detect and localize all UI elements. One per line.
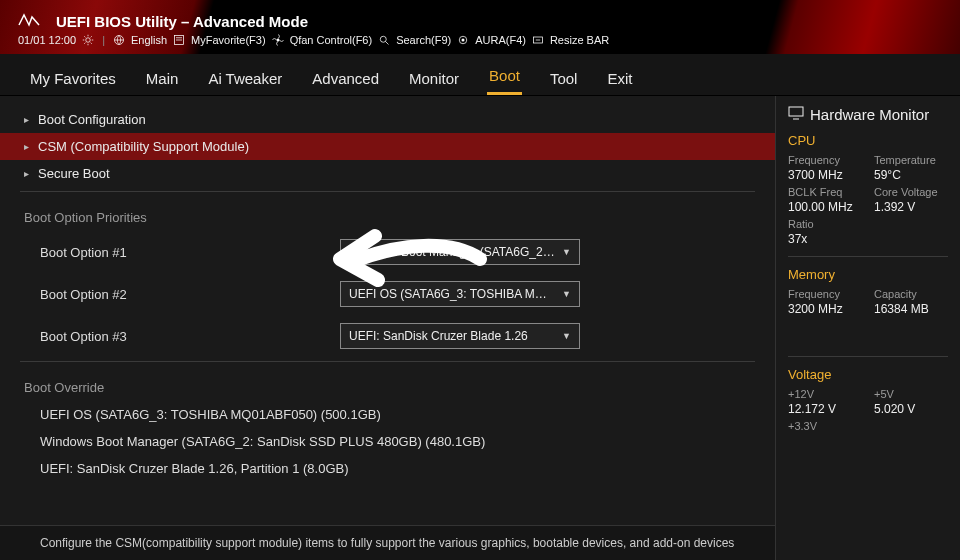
header-bar: UEFI BIOS Utility – Advanced Mode 01/01 … xyxy=(0,0,960,54)
memory-group-title: Memory xyxy=(788,267,948,282)
chevron-right-icon: ▸ xyxy=(24,168,38,179)
bclk-label: BCLK Freq xyxy=(788,186,862,198)
language-button[interactable]: English xyxy=(131,34,167,46)
tab-main[interactable]: Main xyxy=(144,60,181,95)
tab-boot[interactable]: Boot xyxy=(487,57,522,95)
item-label: CSM (Compatibility Support Module) xyxy=(38,139,249,154)
tab-exit[interactable]: Exit xyxy=(605,60,634,95)
mem-freq-value: 3200 MHz xyxy=(788,302,862,316)
chevron-right-icon: ▸ xyxy=(24,141,38,152)
mem-cap-value: 16384 MB xyxy=(874,302,948,316)
help-text: Configure the CSM(compatibility support … xyxy=(0,525,775,560)
boot-option-2-row: Boot Option #2 UEFI OS (SATA6G_3: TOSHIB… xyxy=(0,273,775,315)
v12-value: 12.172 V xyxy=(788,402,862,416)
aura-icon xyxy=(457,34,469,46)
chevron-down-icon: ▼ xyxy=(562,331,571,341)
svg-point-6 xyxy=(462,38,465,41)
boot-option-3-select[interactable]: UEFI: SanDisk Cruzer Blade 1.26 ▼ xyxy=(340,323,580,349)
vcore-label: Core Voltage xyxy=(874,186,948,198)
globe-icon xyxy=(113,34,125,46)
boot-priorities-header: Boot Option Priorities xyxy=(0,196,775,231)
item-label: Boot Configuration xyxy=(38,112,146,127)
boot-option-1-row: Boot Option #1 Windows Boot Manager (SAT… xyxy=(0,231,775,273)
fan-icon xyxy=(272,34,284,46)
ratio-label: Ratio xyxy=(788,218,862,230)
bclk-value: 100.00 MHz xyxy=(788,200,862,214)
cpu-frequency-label: Frequency xyxy=(788,154,862,166)
rog-logo xyxy=(18,13,40,30)
chevron-right-icon: ▸ xyxy=(24,114,38,125)
v5-value: 5.020 V xyxy=(874,402,948,416)
hardware-monitor-panel: Hardware Monitor CPU Frequency3700 MHz T… xyxy=(775,96,960,560)
svg-point-3 xyxy=(276,38,279,41)
svg-rect-8 xyxy=(789,107,803,116)
tab-ai-tweaker[interactable]: Ai Tweaker xyxy=(206,60,284,95)
voltage-group-title: Voltage xyxy=(788,367,948,382)
override-item-1[interactable]: UEFI OS (SATA6G_3: TOSHIBA MQ01ABF050) (… xyxy=(0,401,775,428)
boot-option-1-label: Boot Option #1 xyxy=(40,245,340,260)
favorite-icon xyxy=(173,34,185,46)
app-title: UEFI BIOS Utility – Advanced Mode xyxy=(56,13,308,30)
qfan-button[interactable]: Qfan Control(F6) xyxy=(290,34,373,46)
boot-option-3-label: Boot Option #3 xyxy=(40,329,340,344)
chevron-down-icon: ▼ xyxy=(562,247,571,257)
myfavorite-button[interactable]: MyFavorite(F3) xyxy=(191,34,266,46)
tab-advanced[interactable]: Advanced xyxy=(310,60,381,95)
header-subbar: 01/01 12:00 | English MyFavorite(F3) Qfa… xyxy=(18,34,942,46)
tab-bar: My Favorites Main Ai Tweaker Advanced Mo… xyxy=(0,54,960,96)
boot-configuration-item[interactable]: ▸ Boot Configuration xyxy=(0,106,775,133)
aura-button[interactable]: AURA(F4) xyxy=(475,34,526,46)
cpu-temp-value: 59°C xyxy=(874,168,948,182)
v12-label: +12V xyxy=(788,388,862,400)
svg-point-4 xyxy=(380,36,386,42)
hw-monitor-title: Hardware Monitor xyxy=(810,106,929,123)
cpu-temp-label: Temperature xyxy=(874,154,948,166)
chevron-down-icon: ▼ xyxy=(562,289,571,299)
boot-option-2-label: Boot Option #2 xyxy=(40,287,340,302)
cpu-frequency-value: 3700 MHz xyxy=(788,168,862,182)
boot-panel: ▸ Boot Configuration ▸ CSM (Compatibilit… xyxy=(0,96,775,560)
search-button[interactable]: Search(F9) xyxy=(396,34,451,46)
boot-option-3-row: Boot Option #3 UEFI: SanDisk Cruzer Blad… xyxy=(0,315,775,357)
boot-override-header: Boot Override xyxy=(0,366,775,401)
monitor-icon xyxy=(788,106,804,123)
mem-cap-label: Capacity xyxy=(874,288,948,300)
secure-boot-item[interactable]: ▸ Secure Boot xyxy=(0,160,775,187)
ratio-value: 37x xyxy=(788,232,862,246)
override-item-2[interactable]: Windows Boot Manager (SATA6G_2: SanDisk … xyxy=(0,428,775,455)
resize-icon xyxy=(532,34,544,46)
boot-option-3-value: UEFI: SanDisk Cruzer Blade 1.26 xyxy=(349,329,528,343)
csm-item[interactable]: ▸ CSM (Compatibility Support Module) xyxy=(0,133,775,160)
mem-freq-label: Frequency xyxy=(788,288,862,300)
main-area: ▸ Boot Configuration ▸ CSM (Compatibilit… xyxy=(0,96,960,560)
tab-monitor[interactable]: Monitor xyxy=(407,60,461,95)
search-icon xyxy=(378,34,390,46)
datetime: 01/01 12:00 xyxy=(18,34,76,46)
tab-my-favorites[interactable]: My Favorites xyxy=(28,60,118,95)
boot-option-2-select[interactable]: UEFI OS (SATA6G_3: TOSHIBA MQ01ABF050) ▼ xyxy=(340,281,580,307)
boot-option-1-value: Windows Boot Manager (SATA6G_2: SanDisk … xyxy=(349,245,556,259)
cpu-group-title: CPU xyxy=(788,133,948,148)
vcore-value: 1.392 V xyxy=(874,200,948,214)
v33-label: +3.3V xyxy=(788,420,862,432)
tab-tool[interactable]: Tool xyxy=(548,60,580,95)
item-label: Secure Boot xyxy=(38,166,110,181)
v5-label: +5V xyxy=(874,388,948,400)
gear-icon[interactable] xyxy=(82,34,94,46)
override-item-3[interactable]: UEFI: SanDisk Cruzer Blade 1.26, Partiti… xyxy=(0,455,775,482)
boot-option-2-value: UEFI OS (SATA6G_3: TOSHIBA MQ01ABF050) xyxy=(349,287,556,301)
svg-point-0 xyxy=(86,37,91,42)
bios-root: UEFI BIOS Utility – Advanced Mode 01/01 … xyxy=(0,0,960,560)
resizebar-button[interactable]: Resize BAR xyxy=(550,34,609,46)
boot-option-1-select[interactable]: Windows Boot Manager (SATA6G_2: SanDisk … xyxy=(340,239,580,265)
